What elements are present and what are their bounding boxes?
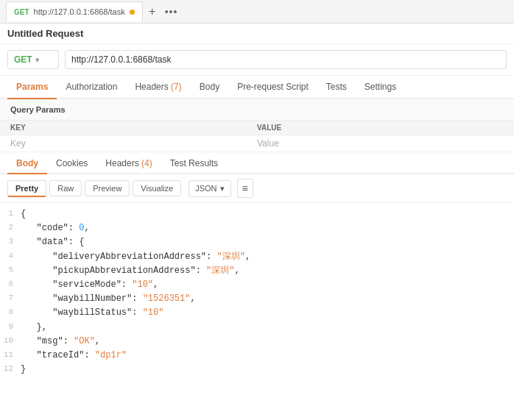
pretty-button[interactable]: Pretty — [7, 180, 46, 197]
params-table-header: KEY VALUE — [0, 121, 514, 135]
param-key-input[interactable]: Key — [10, 138, 257, 149]
method-chevron-icon: ▾ — [35, 56, 39, 64]
col-key-header: KEY — [10, 124, 257, 132]
tab-method-label: GET — [14, 8, 29, 16]
tab-pre-request-script[interactable]: Pre-request Script — [228, 76, 317, 99]
tab-params[interactable]: Params — [7, 76, 57, 99]
preview-button[interactable]: Preview — [85, 180, 130, 196]
method-value: GET — [14, 54, 32, 65]
response-tab-body[interactable]: Body — [7, 154, 47, 174]
code-line-12: 12 } — [0, 363, 514, 377]
url-input[interactable] — [65, 50, 507, 69]
code-line-11: 11 "traceId": "dp1r" — [0, 349, 514, 363]
response-tab-headers[interactable]: Headers (4) — [96, 154, 161, 174]
code-line-7: 7 "waybillNumber": "1526351", — [0, 292, 514, 306]
tab-unsaved-dot — [130, 10, 135, 15]
tab-bar: GET http://127.0.0.1:6868/task + ••• — [0, 0, 514, 24]
request-tab[interactable]: GET http://127.0.0.1:6868/task — [6, 1, 143, 22]
code-line-5: 5 "pickupAbbreviationAddress": "深圳", — [0, 264, 514, 278]
request-nav-tabs: Params Authorization Headers (7) Body Pr… — [0, 76, 514, 99]
code-line-3: 3 "data": { — [0, 235, 514, 249]
code-line-6: 6 "serviceMode": "10", — [0, 278, 514, 292]
response-tab-cookies[interactable]: Cookies — [47, 154, 96, 174]
code-line-2: 2 "code": 0, — [0, 221, 514, 235]
format-chevron-icon: ▾ — [220, 184, 225, 193]
code-line-10: 10 "msg": "OK", — [0, 335, 514, 349]
col-value-header: VALUE — [257, 124, 504, 132]
code-line-8: 8 "waybillStatus": "10" — [0, 306, 514, 320]
tab-authorization[interactable]: Authorization — [57, 76, 126, 99]
tab-body[interactable]: Body — [191, 76, 228, 99]
code-line-4: 4 "deliveryAbbreviationAddress": "深圳", — [0, 250, 514, 264]
format-select[interactable]: JSON ▾ — [189, 180, 230, 197]
response-tab-test-results[interactable]: Test Results — [161, 154, 227, 174]
code-line-1: 1 { — [0, 207, 514, 221]
wrap-button[interactable]: ≡ — [237, 179, 253, 198]
response-headers-badge: (4) — [139, 158, 152, 168]
raw-button[interactable]: Raw — [49, 180, 82, 196]
tab-url-label: http://127.0.0.1:6868/task — [34, 7, 125, 16]
tab-headers[interactable]: Headers (7) — [126, 76, 190, 99]
response-toolbar: Pretty Raw Preview Visualize JSON ▾ ≡ — [0, 174, 514, 203]
format-value: JSON — [195, 184, 216, 193]
headers-badge: (7) — [169, 82, 182, 92]
add-tab-button[interactable]: + — [143, 2, 162, 21]
more-tabs-button[interactable]: ••• — [162, 3, 181, 21]
visualize-button[interactable]: Visualize — [133, 180, 181, 196]
url-bar: GET ▾ — [0, 44, 514, 76]
tab-settings[interactable]: Settings — [356, 76, 405, 99]
request-title: Untitled Request — [0, 24, 514, 44]
response-code-block: 1 { 2 "code": 0, 3 "data": { 4 "delivery… — [0, 203, 514, 381]
response-tabs: Body Cookies Headers (4) Test Results — [0, 154, 514, 174]
tab-tests[interactable]: Tests — [317, 76, 356, 99]
code-line-9: 9 }, — [0, 321, 514, 335]
param-value-input[interactable]: Value — [257, 138, 504, 149]
method-select[interactable]: GET ▾ — [7, 50, 59, 69]
params-table-row: Key Value — [0, 135, 514, 152]
query-params-label: Query Params — [0, 99, 514, 121]
